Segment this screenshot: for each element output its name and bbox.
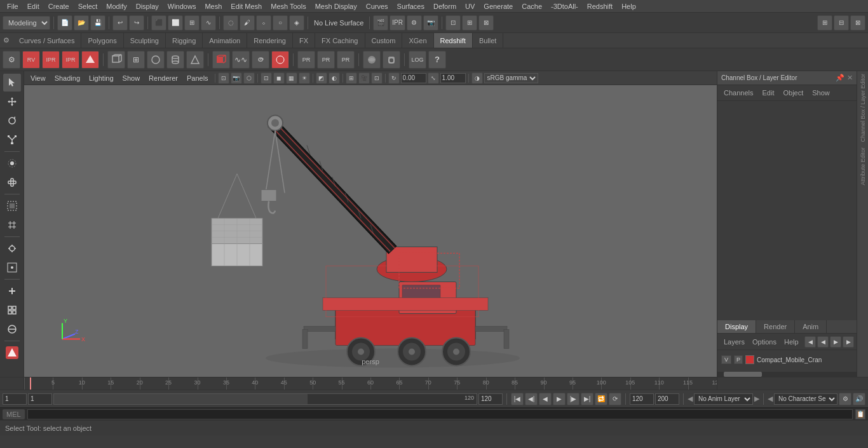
rst-channel-box-label[interactable]: Channel Box / Layer Editor (858, 71, 867, 145)
vp-rotation-input[interactable] (401, 73, 426, 83)
select-by-component-btn[interactable]: ⬜ (168, 15, 183, 31)
ipr-btn[interactable]: IPR (390, 15, 405, 31)
tab-xgen[interactable]: XGen (402, 33, 433, 48)
range-end-input[interactable] (478, 393, 503, 405)
shelf-ipr-btn[interactable]: IPR (42, 51, 60, 69)
shelf-ipr2-btn[interactable]: IPR (62, 51, 79, 69)
resize-btn[interactable]: ⊡ (445, 15, 461, 31)
attract-btn[interactable] (3, 240, 21, 257)
menu-select[interactable]: Select (74, 1, 102, 11)
vp-menu-view[interactable]: View (27, 73, 50, 83)
pb-play-fwd-btn[interactable]: ▶ (553, 393, 566, 405)
menu-curves[interactable]: Curves (362, 1, 393, 11)
vp-light-btn[interactable]: ☀ (299, 72, 310, 84)
shelf-rs1-btn[interactable]: PR (297, 51, 315, 69)
menu-generate[interactable]: Generate (479, 1, 517, 11)
shelf-cam-btn[interactable] (383, 51, 400, 69)
custom-tool-btn[interactable] (3, 173, 21, 191)
menu-create[interactable]: Create (44, 1, 74, 11)
layers-prev2-btn[interactable]: ◀ (817, 336, 829, 348)
open-scene-btn[interactable]: 📂 (74, 15, 89, 31)
snap-to-grid-lt-btn[interactable] (3, 259, 21, 276)
layers-scroll-thumb[interactable] (724, 372, 762, 377)
move-tool-btn[interactable] (3, 93, 21, 111)
maximize-btn[interactable]: ⊞ (462, 15, 477, 31)
pb-goto-end-btn[interactable]: ▶| (581, 393, 593, 405)
timeline-numbers[interactable]: 5101520253035404550556065707580859095100… (24, 377, 717, 390)
char-set-arrow[interactable]: ◀ (768, 395, 773, 403)
prefs-btn[interactable]: ⊞ (817, 15, 832, 31)
vp-persp-btn[interactable]: ⬡ (243, 72, 255, 84)
shelf-settings-btn[interactable]: ⚙ (3, 51, 20, 69)
workspace-dropdown[interactable]: Modeling (3, 16, 50, 30)
vp-wire-btn[interactable]: ⊡ (261, 72, 272, 84)
cb-close-btn[interactable]: ✕ (847, 74, 853, 82)
plugin-btn[interactable]: ⊟ (834, 15, 849, 31)
shelf-ball-btn[interactable] (271, 51, 289, 69)
tab-settings-btn[interactable]: ⚙ (0, 33, 13, 48)
rst-attribute-editor-label[interactable]: Attribute Editor (858, 145, 867, 188)
tab-fx-caching[interactable]: FX Caching (315, 33, 365, 48)
tab-custom[interactable]: Custom (365, 33, 403, 48)
layers-menu-options[interactable]: Options (749, 337, 780, 347)
dra-tab-render[interactable]: Render (756, 320, 795, 333)
menu-edit-mesh[interactable]: Edit Mesh (226, 1, 266, 11)
snap-grid-btn[interactable]: ⊞ (184, 15, 200, 31)
layer-visibility-btn-0[interactable]: V (721, 355, 731, 364)
vp-menu-lighting[interactable]: Lighting (85, 73, 118, 83)
range-start-input[interactable] (28, 393, 52, 405)
dra-tab-display[interactable]: Display (717, 320, 756, 333)
tab-curves-surfaces[interactable]: Curves / Surfaces (13, 33, 81, 48)
paint-sel-btn[interactable] (3, 197, 21, 215)
new-scene-btn[interactable]: 📄 (57, 15, 72, 31)
menu-3dtall[interactable]: -3DtoAll- (546, 1, 583, 11)
lasso-btn[interactable]: ◌ (223, 15, 238, 31)
vp-scale-input[interactable] (440, 73, 466, 83)
pb-loop-btn[interactable]: 🔁 (595, 393, 607, 405)
menu-surfaces[interactable]: Surfaces (393, 1, 429, 11)
vp-menu-panels[interactable]: Panels (183, 73, 212, 83)
select-tool-btn[interactable] (3, 74, 21, 92)
menu-windows[interactable]: Windows (163, 1, 201, 11)
layers-menu-help[interactable]: Help (780, 337, 803, 347)
layer-playback-btn-0[interactable]: P (734, 355, 743, 364)
vp-grid-btn[interactable]: ⊞ (346, 72, 357, 84)
menu-mesh[interactable]: Mesh (200, 1, 226, 11)
multi-btn[interactable]: ◈ (289, 15, 304, 31)
shelf-rs3-btn[interactable]: PR (337, 51, 355, 69)
vp-scale-icon[interactable]: ⤡ (428, 72, 439, 84)
tab-redshift[interactable]: Redshift (434, 33, 473, 48)
menu-mesh-tools[interactable]: Mesh Tools (266, 1, 310, 11)
mask-btn[interactable] (3, 320, 21, 338)
shelf-cyl-btn[interactable] (166, 51, 184, 69)
tab-fx[interactable]: FX (293, 33, 315, 48)
render-view-btn[interactable]: 🎬 (373, 15, 388, 31)
paint-btn[interactable]: 🖌 (240, 15, 255, 31)
menu-file[interactable]: File (3, 1, 23, 11)
shelf-rv-btn[interactable]: RV (22, 51, 40, 69)
pb-max-input[interactable] (655, 393, 679, 405)
pb-loop2-btn[interactable]: ⟳ (609, 393, 621, 405)
vp-rotate-icon[interactable]: ↻ (388, 72, 400, 84)
select-by-hierarchy-btn[interactable]: ⬛ (151, 15, 166, 31)
snap-curve-btn[interactable]: ∿ (201, 15, 216, 31)
layers-menu-layers[interactable]: Layers (720, 337, 749, 347)
vp-gamma-icon[interactable]: ◑ (471, 72, 483, 84)
vp-menu-show[interactable]: Show (119, 73, 144, 83)
save-scene-btn[interactable]: 💾 (90, 15, 105, 31)
tab-bullet[interactable]: Bullet (473, 33, 504, 48)
rotate-tool-btn[interactable] (3, 112, 21, 130)
tab-rigging[interactable]: Rigging (166, 33, 203, 48)
redo-btn[interactable]: ↪ (129, 15, 144, 31)
vp-hud-btn[interactable]: ⊡ (371, 72, 383, 84)
layer-row-0[interactable]: V P Compact_Mobile_Cran (720, 353, 854, 367)
current-frame-input[interactable] (3, 393, 27, 405)
char-set-select[interactable]: No Character Set (774, 393, 837, 405)
menu-redshift[interactable]: Redshift (583, 1, 617, 11)
menu-uv[interactable]: UV (461, 1, 479, 11)
lasso2-btn[interactable]: ○ (273, 15, 288, 31)
dra-tab-anim[interactable]: Anim (795, 320, 827, 333)
add2-btn[interactable] (3, 301, 21, 319)
render-settings-btn[interactable]: ⚙ (407, 15, 422, 31)
cb-tab-channels[interactable]: Channels (721, 88, 756, 98)
